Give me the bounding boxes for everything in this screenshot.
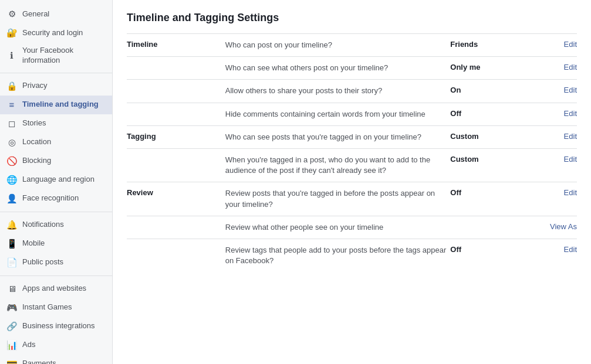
row-description: Review what other people see on your tim… — [225, 216, 451, 239]
payments-icon: 💳 — [6, 358, 18, 364]
table-row: Who can see what others post on your tim… — [127, 57, 577, 80]
row-value: Custom — [450, 148, 535, 182]
sidebar-divider — [0, 212, 112, 212]
settings-table: TimelineWho can post on your timeline?Fr… — [127, 33, 577, 272]
sidebar-label-timeline-tagging: Timeline and tagging — [22, 100, 99, 110]
notifications-icon: 🔔 — [6, 219, 18, 231]
row-value: Off — [450, 239, 535, 272]
row-description: Hide comments containing certain words f… — [225, 103, 451, 125]
section-label-review: Review — [127, 182, 225, 216]
row-action[interactable]: Edit — [535, 125, 577, 148]
sidebar-label-apps: Apps and websites — [22, 284, 86, 294]
table-row: TimelineWho can post on your timeline?Fr… — [127, 34, 577, 57]
sidebar-item-public-posts[interactable]: 📄Public posts — [0, 253, 112, 272]
edit-link[interactable]: Edit — [564, 132, 577, 141]
sidebar-item-stories[interactable]: ◻Stories — [0, 114, 112, 133]
mobile-icon: 📱 — [6, 238, 18, 250]
row-value: Friends — [450, 34, 535, 57]
row-action[interactable]: Edit — [535, 103, 577, 125]
sidebar-item-general[interactable]: ⚙General — [0, 5, 112, 23]
sidebar-item-payments[interactable]: 💳Payments — [0, 355, 112, 364]
sidebar-divider — [0, 275, 112, 276]
public-posts-icon: 📄 — [6, 257, 18, 268]
table-row: Allow others to share your posts to thei… — [127, 80, 577, 103]
ads-icon: 📊 — [6, 339, 18, 351]
sidebar-item-language[interactable]: 🌐Language and region — [0, 171, 112, 189]
face-icon: 👤 — [6, 193, 18, 205]
section-label-timeline — [127, 103, 225, 125]
sidebar-label-security: Security and login — [22, 28, 83, 38]
sidebar-item-business[interactable]: 🔗Business integrations — [0, 317, 112, 336]
section-label-tagging: Tagging — [127, 125, 225, 148]
security-icon: 🔐 — [6, 27, 18, 39]
stories-icon: ◻ — [6, 118, 18, 130]
location-icon: ◎ — [6, 137, 18, 148]
edit-link[interactable]: Edit — [564, 155, 577, 164]
business-icon: 🔗 — [6, 321, 18, 332]
main-content: Timeline and Tagging Settings TimelineWh… — [113, 0, 591, 364]
row-value: On — [450, 80, 535, 103]
sidebar-label-stories: Stories — [22, 118, 46, 128]
row-description: Who can see what others post on your tim… — [225, 57, 451, 80]
sidebar-item-privacy[interactable]: 🔒Privacy — [0, 77, 112, 96]
blocking-icon: 🚫 — [6, 155, 18, 167]
table-row: Review what other people see on your tim… — [127, 216, 577, 239]
table-row: TaggingWho can see posts that you're tag… — [127, 125, 577, 148]
timeline-tagging-icon: ≡ — [6, 99, 18, 111]
row-action[interactable]: Edit — [535, 182, 577, 216]
sidebar-item-instant-games[interactable]: 🎮Instant Games — [0, 298, 112, 317]
table-row: When you're tagged in a post, who do you… — [127, 148, 577, 182]
row-action[interactable]: Edit — [535, 239, 577, 272]
sidebar-label-instant-games: Instant Games — [22, 302, 72, 312]
sidebar-label-language: Language and region — [22, 175, 94, 185]
row-action[interactable]: Edit — [535, 34, 577, 57]
edit-link[interactable]: Edit — [564, 245, 577, 254]
sidebar-item-apps[interactable]: 🖥Apps and websites — [0, 280, 112, 298]
row-action[interactable]: Edit — [535, 57, 577, 80]
row-description: When you're tagged in a post, who do you… — [225, 148, 451, 182]
sidebar-label-facebook-info: Your Facebook information — [22, 46, 106, 66]
sidebar-item-location[interactable]: ◎Location — [0, 133, 112, 152]
apps-icon: 🖥 — [6, 283, 18, 295]
row-value: Only me — [450, 57, 535, 80]
sidebar-divider — [0, 73, 112, 73]
row-value: Off — [450, 103, 535, 125]
section-label-review — [127, 216, 225, 239]
edit-link[interactable]: Edit — [564, 86, 577, 94]
sidebar: ⚙General🔐Security and loginℹYour Faceboo… — [0, 0, 113, 364]
table-row: Hide comments containing certain words f… — [127, 103, 577, 125]
edit-link[interactable]: Edit — [564, 188, 577, 197]
edit-link[interactable]: View As — [550, 222, 577, 231]
table-row: Review tags that people add to your post… — [127, 239, 577, 272]
sidebar-item-security[interactable]: 🔐Security and login — [0, 23, 112, 42]
sidebar-item-mobile[interactable]: 📱Mobile — [0, 234, 112, 253]
table-row: ReviewReview posts that you're tagged in… — [127, 182, 577, 216]
sidebar-label-privacy: Privacy — [22, 81, 48, 91]
sidebar-label-payments: Payments — [22, 359, 56, 364]
row-action[interactable]: Edit — [535, 80, 577, 103]
section-label-timeline: Timeline — [127, 34, 225, 57]
row-action[interactable]: Edit — [535, 148, 577, 182]
row-description: Allow others to share your posts to thei… — [225, 80, 451, 103]
sidebar-item-ads[interactable]: 📊Ads — [0, 336, 112, 355]
sidebar-item-facebook-info[interactable]: ℹYour Facebook information — [0, 42, 112, 69]
sidebar-item-notifications[interactable]: 🔔Notifications — [0, 216, 112, 234]
row-description: Who can see posts that you're tagged in … — [225, 125, 451, 148]
row-description: Review tags that people add to your post… — [225, 239, 451, 272]
sidebar-label-blocking: Blocking — [22, 156, 51, 166]
row-action[interactable]: View As — [535, 216, 577, 239]
section-label-tagging — [127, 148, 225, 182]
language-icon: 🌐 — [6, 174, 18, 186]
sidebar-label-notifications: Notifications — [22, 220, 64, 230]
privacy-icon: 🔒 — [6, 80, 18, 92]
section-label-timeline — [127, 57, 225, 80]
sidebar-item-timeline-tagging[interactable]: ≡Timeline and tagging — [0, 96, 112, 114]
edit-link[interactable]: Edit — [564, 109, 577, 118]
sidebar-label-face: Face recognition — [22, 193, 79, 203]
edit-link[interactable]: Edit — [564, 40, 577, 49]
sidebar-label-public-posts: Public posts — [22, 257, 63, 267]
general-icon: ⚙ — [6, 8, 18, 20]
edit-link[interactable]: Edit — [564, 63, 577, 72]
sidebar-item-face[interactable]: 👤Face recognition — [0, 189, 112, 208]
sidebar-item-blocking[interactable]: 🚫Blocking — [0, 152, 112, 171]
